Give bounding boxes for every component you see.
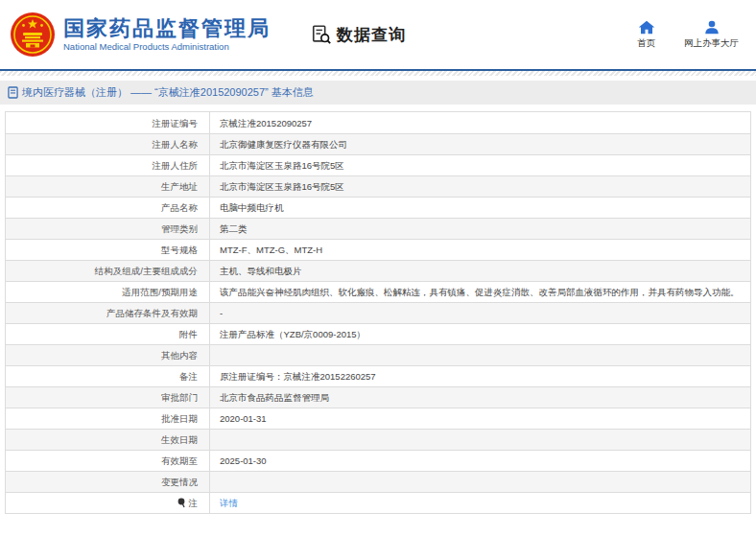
table-row: 产品储存条件及有效期 -: [6, 302, 750, 323]
row-label: 附件: [6, 324, 210, 344]
row-value: 原注册证编号：京械注准20152260257: [210, 366, 750, 386]
row-value: 第二类: [210, 219, 750, 239]
row-label: 生效日期: [6, 430, 210, 450]
row-value: MTZ-F、MTZ-G、MTZ-H: [210, 240, 750, 260]
row-value: 注册产品标准（YZB/京0009-2015）: [210, 324, 750, 344]
nav-home-label: 首页: [637, 37, 655, 50]
row-label: 注册人住所: [6, 155, 210, 175]
table-row: 管理类别 第二类: [6, 218, 750, 239]
national-emblem-logo: [10, 12, 56, 58]
row-label: 批准日期: [6, 408, 210, 429]
row-label: 适用范围/预期用途: [6, 282, 210, 302]
row-value: 2020-01-31: [210, 408, 750, 429]
note-icon: [177, 498, 186, 508]
user-icon: [704, 20, 720, 35]
header-nav: 首页 网上办事大厅: [637, 20, 744, 50]
row-value: [210, 472, 750, 492]
home-icon: [638, 20, 655, 35]
table-row: 型号规格 MTZ-F、MTZ-G、MTZ-H: [6, 239, 750, 260]
breadcrumb: 境内医疗器械（注册） —— “京械注准20152090257” 基本信息: [0, 81, 756, 105]
table-row: 审批部门 北京市食品药品监督管理局: [6, 386, 750, 408]
row-value: 2025-01-30: [210, 451, 750, 471]
row-label: 注册人名称: [6, 134, 210, 154]
table-row: 结构及组成/主要组成成分 主机、导线和电极片: [6, 260, 750, 281]
row-value: [210, 345, 750, 365]
row-value: 该产品能兴奋神经肌肉组织、软化瘢痕、松解粘连，具有镇痛、促进炎症消散、改善局部血…: [210, 282, 750, 302]
details-link[interactable]: 详情: [220, 497, 238, 509]
row-label: 产品名称: [6, 198, 210, 218]
row-label: 产品储存条件及有效期: [6, 303, 210, 323]
table-row: 注册人住所 北京市海淀区玉泉路16号院5区: [6, 154, 750, 175]
agency-name-cn: 国家药品监督管理局: [63, 16, 271, 41]
row-value: 北京御健康复医疗仪器有限公司: [210, 134, 750, 154]
row-value: 主机、导线和电极片: [210, 261, 750, 281]
brand-text: 国家药品监督管理局 National Medical Products Admi…: [63, 16, 271, 53]
table-row: 生产地址 北京市海淀区玉泉路16号院5区: [6, 175, 750, 197]
table-row: 注册证编号 京械注准20152090257: [6, 112, 750, 133]
table-row: 产品名称 电脑中频电疗机: [6, 197, 750, 218]
table-row: 生效日期: [6, 429, 750, 450]
row-label: 有效期至: [6, 451, 210, 471]
row-value: 详情: [210, 493, 750, 513]
row-label: 型号规格: [6, 240, 210, 260]
row-value: 京械注准20152090257: [210, 112, 750, 133]
row-label: 其他内容: [6, 345, 210, 365]
brand: 国家药品监督管理局 National Medical Products Admi…: [10, 12, 271, 58]
row-label: 生产地址: [6, 176, 210, 197]
site-header: 国家药品监督管理局 National Medical Products Admi…: [0, 0, 756, 69]
row-value: 北京市海淀区玉泉路16号院5区: [210, 176, 750, 197]
row-value: 北京市海淀区玉泉路16号院5区: [210, 155, 750, 175]
hatch-strip: [0, 71, 756, 76]
table-row: 其他内容: [6, 344, 750, 365]
row-label: 管理类别: [6, 219, 210, 239]
agency-name-en: National Medical Products Administration: [63, 41, 271, 53]
nav-online-hall[interactable]: 网上办事大厅: [684, 20, 739, 50]
document-icon: [8, 86, 18, 99]
row-value: 电脑中频电疗机: [210, 198, 750, 218]
breadcrumb-text: 境内医疗器械（注册） —— “京械注准20152090257” 基本信息: [22, 85, 314, 100]
data-query-label: 数据查询: [337, 24, 406, 46]
row-label: 审批部门: [6, 387, 210, 408]
row-label-text: 注: [189, 497, 199, 509]
table-row: 附件 注册产品标准（YZB/京0009-2015）: [6, 323, 750, 344]
table-row: 批准日期 2020-01-31: [6, 408, 750, 429]
nav-online-hall-label: 网上办事大厅: [684, 37, 739, 50]
table-row-note: 注 详情: [6, 492, 750, 513]
data-query-heading: 数据查询: [311, 24, 406, 46]
table-row: 适用范围/预期用途 该产品能兴奋神经肌肉组织、软化瘢痕、松解粘连，具有镇痛、促进…: [6, 281, 750, 302]
row-label: 注册证编号: [6, 112, 210, 133]
row-value: [210, 430, 750, 450]
document-search-icon: [311, 24, 332, 45]
row-label: 注: [6, 493, 210, 513]
table-row: 备注 原注册证编号：京械注准20152260257: [6, 365, 750, 386]
row-label: 结构及组成/主要组成成分: [6, 261, 210, 281]
row-label: 变更情况: [6, 472, 210, 492]
nav-home[interactable]: 首页: [637, 20, 655, 50]
row-value: -: [210, 303, 750, 323]
table-row: 注册人名称 北京御健康复医疗仪器有限公司: [6, 133, 750, 154]
registration-info-table: 注册证编号 京械注准20152090257 注册人名称 北京御健康复医疗仪器有限…: [5, 111, 751, 514]
table-row: 变更情况: [6, 471, 750, 492]
row-label: 备注: [6, 366, 210, 386]
row-value: 北京市食品药品监督管理局: [210, 387, 750, 408]
table-row: 有效期至 2025-01-30: [6, 450, 750, 471]
